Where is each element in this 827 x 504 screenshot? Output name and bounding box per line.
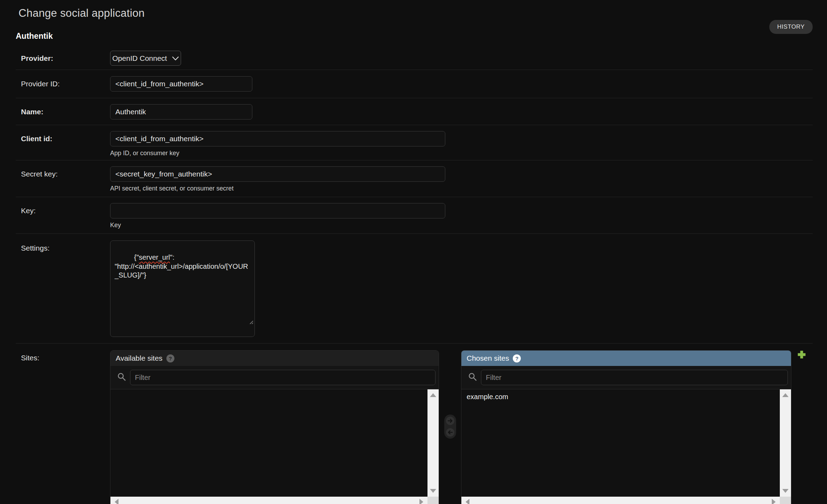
scroll-down-icon[interactable]	[430, 489, 436, 493]
arrow-right-icon	[447, 418, 453, 424]
form-row-settings: Settings: {"server_url": "http://<authen…	[16, 234, 813, 344]
secret-key-label: Secret key:	[21, 170, 58, 178]
scrollbar-corner	[427, 497, 439, 504]
client-id-help: App ID, or consumer key	[110, 150, 813, 157]
provider-select[interactable]: OpenID Connect	[110, 51, 181, 66]
horizontal-scrollbar[interactable]	[110, 497, 427, 504]
scroll-left-icon[interactable]	[115, 499, 118, 504]
page-title: Change social application	[19, 7, 813, 20]
provider-id-input[interactable]	[110, 76, 252, 92]
chosen-filter-row	[461, 366, 791, 389]
chosen-sites-title: Chosen sites	[467, 354, 509, 362]
help-icon[interactable]: ?	[513, 354, 521, 362]
scroll-right-icon[interactable]	[772, 499, 776, 504]
misspelled-text: server_url	[139, 253, 170, 261]
scroll-up-icon[interactable]	[430, 393, 436, 397]
secret-key-help: API secret, client secret, or consumer s…	[110, 185, 813, 192]
resize-handle-icon[interactable]	[225, 309, 253, 336]
mover-column	[439, 350, 461, 439]
scrollbar-corner	[780, 497, 791, 504]
history-button[interactable]: HISTORY	[769, 20, 813, 34]
sites-label: Sites:	[21, 354, 39, 362]
help-icon[interactable]: ?	[166, 354, 174, 362]
form-row-sites: Sites: Available sites ?	[16, 344, 813, 504]
add-site-button[interactable]	[797, 350, 806, 360]
available-sites-header: Available sites ?	[110, 351, 439, 366]
available-filter-input[interactable]	[130, 370, 436, 385]
chosen-sites-list[interactable]: example.com	[461, 389, 791, 504]
client-id-input[interactable]	[110, 131, 445, 146]
name-label: Name:	[21, 108, 43, 116]
choose-arrow-button[interactable]	[446, 417, 454, 425]
vertical-scrollbar[interactable]	[427, 389, 439, 497]
key-help: Key	[110, 222, 813, 229]
settings-textarea[interactable]: {"server_url": "http://<authentik_url>/a…	[110, 240, 255, 337]
form-row-provider-id: Provider ID:	[16, 70, 813, 98]
search-icon	[468, 372, 477, 383]
available-filter-row	[110, 366, 439, 389]
plus-icon	[797, 350, 806, 359]
section-heading: Authentik	[16, 31, 813, 41]
remove-arrow-button[interactable]	[446, 428, 454, 437]
settings-label: Settings:	[21, 244, 50, 252]
list-item[interactable]: example.com	[461, 389, 780, 403]
form-row-secret-key: Secret key: API secret, client secret, o…	[16, 160, 813, 197]
name-input[interactable]	[110, 104, 252, 120]
scroll-down-icon[interactable]	[782, 489, 789, 493]
mover-buttons	[444, 415, 456, 439]
chosen-filter-input[interactable]	[481, 370, 788, 385]
provider-label: Provider:	[21, 54, 53, 63]
secret-key-input[interactable]	[110, 166, 445, 182]
chosen-sites-box: Chosen sites ? example.com	[461, 350, 791, 504]
horizontal-scrollbar[interactable]	[461, 497, 780, 504]
provider-select-value: OpenID Connect	[112, 54, 167, 63]
scroll-right-icon[interactable]	[419, 499, 423, 504]
form-row-name: Name:	[16, 98, 813, 125]
change-social-application-page: Change social application HISTORY Authen…	[0, 0, 827, 504]
social-application-form: Provider: OpenID Connect Provider ID:	[16, 45, 813, 504]
client-id-label: Client id:	[21, 135, 52, 143]
key-input[interactable]	[110, 203, 445, 218]
provider-id-label: Provider ID:	[21, 80, 60, 88]
scroll-left-icon[interactable]	[466, 499, 469, 504]
available-sites-title: Available sites	[116, 354, 163, 362]
form-row-key: Key: Key	[16, 197, 813, 234]
search-icon	[117, 372, 127, 383]
chosen-sites-header: Chosen sites ?	[461, 351, 791, 366]
form-row-provider: Provider: OpenID Connect	[16, 45, 813, 70]
key-label: Key:	[21, 207, 36, 215]
arrow-left-icon	[447, 429, 453, 435]
chevron-down-icon	[172, 54, 179, 63]
sites-selector-widget: Available sites ?	[110, 350, 813, 504]
form-row-client-id: Client id: App ID, or consumer key	[16, 125, 813, 160]
vertical-scrollbar[interactable]	[780, 389, 791, 497]
available-sites-list[interactable]	[110, 389, 439, 504]
scroll-up-icon[interactable]	[782, 393, 789, 397]
available-sites-box: Available sites ?	[110, 350, 439, 504]
